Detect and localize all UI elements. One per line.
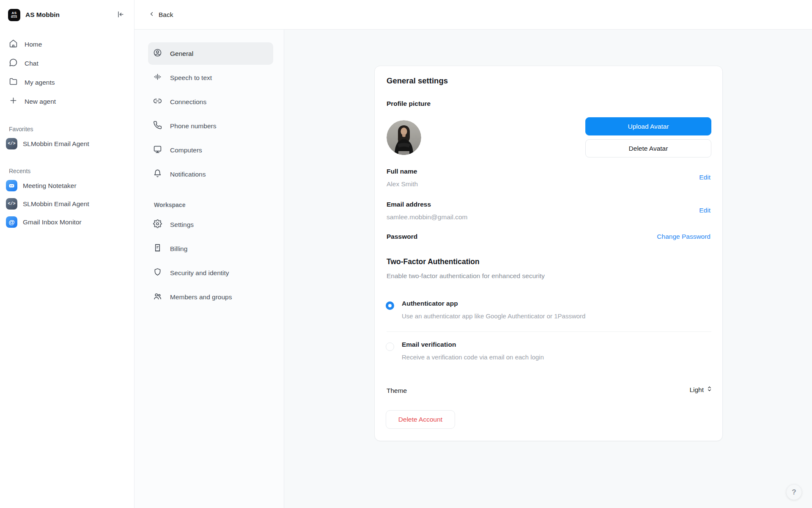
avatar: [387, 120, 421, 155]
user-circle-icon: [153, 48, 162, 59]
profile-picture-label: Profile picture: [387, 100, 431, 108]
agent-label: SLMobbin Email Agent: [23, 200, 89, 208]
full-name-label: Full name: [387, 168, 417, 175]
back-button[interactable]: Back: [149, 11, 173, 19]
delete-avatar-button[interactable]: Delete Avatar: [585, 139, 711, 157]
email-label: Email address: [387, 201, 431, 208]
agent-label: Gmail Inbox Monitor: [23, 218, 82, 226]
sidebar-item-new-agent[interactable]: New agent: [0, 92, 134, 111]
email-verification-description: Receive a verification code via email on…: [402, 353, 544, 361]
general-settings-card: General settings Profile picture: [374, 66, 723, 441]
at-icon: @: [6, 216, 17, 228]
edit-full-name-link[interactable]: Edit: [699, 174, 710, 181]
settings-nav-item-phone-numbers[interactable]: Phone numbers: [148, 115, 273, 137]
collapse-sidebar-icon: [116, 10, 125, 20]
full-name-value: Alex Smith: [387, 180, 418, 188]
workspace-logo: AS MOB: [8, 9, 20, 21]
settings-nav-item-billing[interactable]: Billing: [148, 237, 273, 260]
phone-icon: [153, 121, 162, 131]
settings-nav-item-speech-to-text[interactable]: Speech to text: [148, 66, 273, 89]
home-icon: [9, 39, 18, 50]
main-content: General settings Profile picture: [284, 30, 812, 508]
waveform-icon: [153, 72, 162, 83]
change-password-link[interactable]: Change Password: [657, 233, 710, 240]
settings-nav-label: Connections: [170, 98, 206, 106]
settings-nav-label: Speech to text: [170, 74, 212, 82]
settings-nav-item-settings[interactable]: Settings: [148, 213, 273, 236]
back-label: Back: [159, 11, 173, 19]
agent-label: Meeting Notetaker: [23, 182, 77, 190]
recent-agent-slmobbin-email[interactable]: </> SLMobbin Email Agent: [0, 195, 134, 213]
code-icon: </>: [6, 138, 17, 149]
settings-nav-item-general[interactable]: General: [148, 42, 273, 65]
theme-select[interactable]: Light: [689, 386, 712, 394]
bot-icon: [6, 180, 17, 191]
password-label: Password: [387, 233, 417, 240]
recents-section-title: Recents: [0, 166, 134, 177]
radio-email-verification[interactable]: [386, 342, 394, 351]
help-button[interactable]: ?: [786, 484, 802, 500]
monitor-icon: [153, 145, 162, 155]
recent-agent-meeting-notetaker[interactable]: Meeting Notetaker: [0, 177, 134, 195]
page-title: General settings: [387, 76, 448, 86]
two-factor-title: Two-Factor Authentication: [387, 257, 480, 266]
workspace-name: AS Mobbin: [25, 11, 115, 19]
sidebar-item-my-agents[interactable]: My agents: [0, 73, 134, 92]
options-divider: [387, 331, 711, 332]
settings-nav-label: Billing: [170, 245, 187, 253]
recent-agent-gmail-inbox-monitor[interactable]: @ Gmail Inbox Monitor: [0, 213, 134, 231]
authenticator-app-description: Use an authenticator app like Google Aut…: [402, 312, 585, 320]
code-icon: </>: [6, 198, 17, 210]
settings-nav-label: Phone numbers: [170, 122, 216, 130]
theme-value: Light: [689, 386, 704, 394]
favorite-agent-slmobbin-email[interactable]: </> SLMobbin Email Agent: [0, 135, 134, 153]
topbar: Back: [134, 0, 812, 30]
folder-icon: [9, 77, 18, 88]
edit-email-link[interactable]: Edit: [699, 207, 710, 214]
settings-nav-item-computers[interactable]: Computers: [148, 139, 273, 161]
settings-nav-item-notifications[interactable]: Notifications: [148, 163, 273, 185]
chevron-left-icon: [149, 11, 155, 19]
delete-account-button[interactable]: Delete Account: [386, 410, 455, 429]
chevron-up-down-icon: [707, 386, 712, 394]
upload-avatar-button[interactable]: Upload Avatar: [585, 117, 711, 135]
settings-nav-label: Settings: [170, 221, 194, 229]
users-icon: [153, 292, 162, 302]
receipt-icon: [153, 243, 162, 254]
settings-nav-label: Computers: [170, 146, 202, 154]
settings-nav-label: Notifications: [170, 171, 206, 178]
gear-icon: [153, 219, 162, 230]
plus-icon: [9, 96, 18, 107]
settings-nav-label: Security and identity: [170, 269, 229, 277]
agent-label: SLMobbin Email Agent: [23, 140, 89, 148]
settings-nav-item-connections[interactable]: Connections: [148, 91, 273, 113]
settings-nav-label: General: [170, 50, 193, 58]
settings-nav-item-security-and-identity[interactable]: Security and identity: [148, 262, 273, 284]
sidebar-item-label: Home: [25, 41, 42, 48]
logo-text-top: AS: [11, 11, 16, 16]
collapse-sidebar-button[interactable]: [115, 8, 126, 22]
settings-nav-label: Members and groups: [170, 293, 232, 301]
radio-authenticator-app[interactable]: [386, 301, 394, 310]
bell-icon: [153, 169, 162, 179]
sidebar-item-chat[interactable]: Chat: [0, 54, 134, 73]
sidebar-item-label: My agents: [25, 79, 55, 86]
workspace-group-label: Workspace: [154, 202, 284, 208]
sidebar-item-label: Chat: [25, 60, 38, 67]
two-factor-subtitle: Enable two-factor authentication for enh…: [387, 272, 545, 280]
sidebar-item-label: New agent: [25, 98, 56, 105]
shield-icon: [153, 268, 162, 278]
email-value: samlee.mobbin@gmail.com: [387, 213, 467, 221]
email-verification-label: Email verification: [402, 341, 456, 348]
settings-nav: General Speech to text Connections Phone…: [134, 30, 284, 508]
sidebar-nav: Home Chat My agents New agent: [0, 30, 134, 111]
authenticator-app-label: Authenticator app: [402, 300, 458, 307]
sidebar-item-home[interactable]: Home: [0, 35, 134, 54]
settings-nav-item-members-and-groups[interactable]: Members and groups: [148, 286, 273, 308]
favorites-section-title: Favorites: [0, 124, 134, 135]
sidebar: AS MOB AS Mobbin Home Chat My agents: [0, 0, 134, 508]
chat-icon: [9, 58, 18, 69]
app-root: AS MOB AS Mobbin Home Chat My agents: [0, 0, 812, 508]
sidebar-header: AS MOB AS Mobbin: [0, 0, 134, 30]
logo-text-bottom: MOB: [11, 16, 17, 19]
